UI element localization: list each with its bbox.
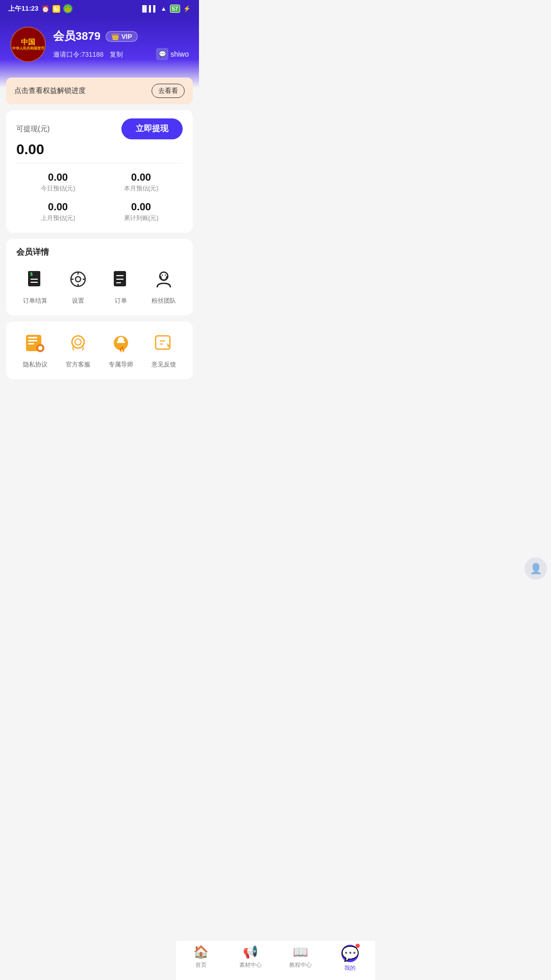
svg-rect-20 (28, 340, 37, 341)
status-left: 上午11:23 ⏰ 贴 🐸 (8, 4, 72, 13)
svg-point-23 (38, 346, 42, 350)
stat-total-label: 累计到账(元) (99, 214, 183, 223)
unlock-button[interactable]: 去看看 (152, 84, 185, 98)
member-detail-card: 会员详情 $ 订单结算 (6, 239, 193, 315)
member-detail-title: 会员详情 (16, 247, 183, 258)
avatar[interactable]: 中国 中华人民共和国货币 (10, 27, 46, 62)
wifi-icon: ▲ (161, 5, 167, 12)
signal-icon: ▐▌▌▌ (140, 5, 158, 12)
quick-links-grid: 隐私协议 官方客服 🔥 (16, 330, 183, 369)
stat-today: 0.00 今日预估(元) (16, 172, 99, 193)
feedback-label: 意见反馈 (152, 360, 176, 369)
feedback-icon (151, 330, 177, 356)
withdraw-button[interactable]: 立即提现 (121, 118, 183, 139)
header-background: 中国 中华人民共和国货币 会员3879 👑 VIP 邀请口令:731188 复制… (0, 16, 199, 88)
status-time: 上午11:23 (8, 4, 38, 13)
status-bar: 上午11:23 ⏰ 贴 🐸 ▐▌▌▌ ▲ 57 ⚡ (0, 0, 199, 16)
shiwo-button[interactable]: 💬 shiwo (156, 48, 189, 60)
sticker-icon: 贴 (53, 5, 60, 13)
stats-grid: 0.00 今日预估(元) 0.00 本月预估(元) 0.00 上月预估(元) 0… (16, 172, 183, 223)
orders-label: 订单 (115, 297, 127, 305)
crown-icon: 👑 (111, 33, 119, 40)
profile-info: 会员3879 👑 VIP 邀请口令:731188 复制 💬 shiwo (53, 29, 189, 60)
menu-item-orders[interactable]: 订单 (102, 266, 140, 305)
invite-section: 邀请口令:731188 复制 (53, 50, 123, 59)
alarm-icon: ⏰ (41, 5, 49, 13)
username: 会员3879 (53, 29, 101, 44)
earnings-card: 可提现(元) 立即提现 0.00 0.00 今日预估(元) 0.00 本月预估(… (6, 110, 193, 233)
profile-row: 中国 中华人民共和国货币 会员3879 👑 VIP 邀请口令:731188 复制… (10, 27, 189, 62)
stat-last-month: 0.00 上月预估(元) (16, 201, 99, 223)
withdrawable-amount: 0.00 (16, 141, 183, 163)
menu-item-customer-service[interactable]: 官方客服 (59, 330, 97, 369)
stat-last-month-label: 上月预估(元) (16, 214, 99, 223)
menu-item-mentor[interactable]: 🔥 专属导师 (102, 330, 140, 369)
vip-badge[interactable]: 👑 VIP (106, 31, 138, 42)
stat-today-label: 今日预估(元) (16, 184, 99, 193)
order-settlement-label: 订单结算 (23, 297, 47, 305)
copy-button[interactable]: 复制 (110, 51, 123, 58)
status-right: ▐▌▌▌ ▲ 57 ⚡ (140, 5, 191, 13)
mentor-label: 专属导师 (109, 360, 133, 369)
customer-service-label: 官方客服 (66, 360, 90, 369)
shiwo-icon: 💬 (156, 48, 168, 60)
profile-name-row: 会员3879 👑 VIP (53, 29, 189, 44)
withdraw-row: 可提现(元) 立即提现 (16, 118, 183, 139)
stat-today-value: 0.00 (16, 172, 99, 183)
unlock-text: 点击查看权益解锁进度 (14, 86, 86, 95)
member-icon-grid: $ 订单结算 设置 (16, 266, 183, 305)
stat-last-month-value: 0.00 (16, 201, 99, 213)
menu-item-fan-team[interactable]: 粉丝团队 (145, 266, 183, 305)
svg-point-6 (76, 277, 81, 282)
avatar-subtext: 中华人民共和国货币 (12, 46, 44, 51)
svg-text:$: $ (30, 272, 33, 277)
invite-row: 邀请口令:731188 复制 💬 shiwo (53, 48, 189, 60)
svg-rect-29 (156, 336, 170, 349)
vip-label: VIP (121, 33, 132, 40)
order-settlement-icon: $ (22, 266, 48, 292)
settings-icon (65, 266, 91, 292)
invite-code: 邀请口令:731188 (53, 51, 104, 58)
orders-icon (108, 266, 134, 292)
svg-point-25 (75, 339, 81, 345)
frog-icon: 🐸 (63, 4, 72, 13)
fan-team-label: 粉丝团队 (152, 297, 176, 305)
menu-item-feedback[interactable]: 意见反馈 (145, 330, 183, 369)
stat-month: 0.00 本月预估(元) (99, 172, 183, 193)
mentor-icon: 🔥 (108, 330, 134, 356)
menu-item-privacy[interactable]: 隐私协议 (16, 330, 54, 369)
privacy-icon (22, 330, 48, 356)
settings-label: 设置 (72, 297, 84, 305)
svg-text:🔥: 🔥 (119, 346, 126, 353)
svg-rect-21 (28, 343, 34, 345)
charge-icon: ⚡ (183, 5, 191, 12)
unlock-banner: 点击查看权益解锁进度 去看看 (6, 78, 193, 104)
customer-service-icon (65, 330, 91, 356)
menu-item-settings[interactable]: 设置 (59, 266, 97, 305)
stat-month-value: 0.00 (99, 172, 183, 183)
shiwo-label: shiwo (170, 50, 189, 58)
avatar-text: 中国 (21, 38, 35, 46)
stat-total: 0.00 累计到账(元) (99, 201, 183, 223)
withdrawable-label: 可提现(元) (16, 125, 49, 134)
battery-indicator: 57 (170, 5, 180, 13)
quick-links-card: 隐私协议 官方客服 🔥 (6, 322, 193, 379)
stat-total-value: 0.00 (99, 201, 183, 213)
fan-team-icon (151, 266, 177, 292)
stat-month-label: 本月预估(元) (99, 184, 183, 193)
withdrawable-info: 可提现(元) (16, 125, 49, 134)
privacy-label: 隐私协议 (23, 360, 47, 369)
menu-item-order-settlement[interactable]: $ 订单结算 (16, 266, 54, 305)
svg-rect-19 (28, 337, 37, 338)
